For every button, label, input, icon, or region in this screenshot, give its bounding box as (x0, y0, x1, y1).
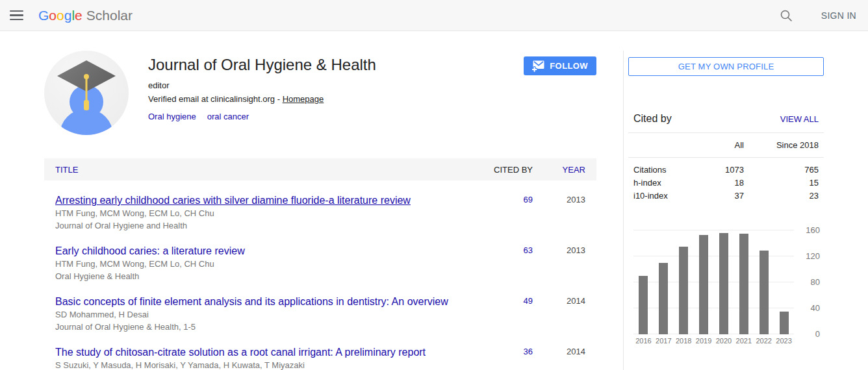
article-authors: HTM Fung, MCM Wong, ECM Lo, CH Chu (55, 258, 459, 269)
chart-x-tick: 2016 (633, 337, 654, 345)
chart-x-tick: 2021 (734, 337, 754, 345)
stat-since-value: 23 (744, 190, 819, 203)
article-year: 2013 (533, 245, 585, 282)
chart-y-tick: 40 (811, 303, 820, 314)
tassel-knob (84, 74, 89, 79)
article-title-link[interactable]: Basic concepts of finite element analysi… (55, 296, 448, 307)
chart-bar[interactable] (760, 251, 769, 334)
article-year: 2013 (533, 194, 585, 231)
stat-since-value: 15 (744, 177, 819, 190)
article-main: Early childhood caries: a literature rev… (55, 245, 474, 282)
article-cited-count-link[interactable]: 63 (524, 245, 533, 255)
profile-role: editor (148, 80, 376, 90)
chart-bar[interactable] (719, 233, 728, 334)
cited-by-header-row: Cited by VIEW ALL (628, 113, 824, 125)
cited-by-title: Cited by (633, 113, 672, 125)
chart-x-tick: 2018 (674, 337, 694, 345)
chart-y-tick: 160 (806, 225, 820, 236)
sign-in-button[interactable]: SIGN IN (821, 10, 856, 21)
follow-button[interactable]: FOLLOW (524, 56, 596, 75)
sidebar: GET MY OWN PROFILE Cited by VIEW ALL All… (623, 51, 824, 370)
get-my-own-profile-button[interactable]: GET MY OWN PROFILE (628, 57, 824, 76)
search-icon[interactable] (780, 9, 793, 22)
article-year: 2014 (533, 295, 585, 332)
article-venue: Oral Hygiene & Health (55, 271, 459, 282)
article-year: 2014 (533, 346, 585, 370)
article-title-link[interactable]: Arresting early childhood caries with si… (55, 195, 411, 206)
cited-by-col-spacer (633, 140, 705, 150)
articles-table: TITLE CITED BY YEAR Arresting early chil… (44, 158, 596, 370)
article-venue: Journal of Oral Hygiene and Health (55, 220, 459, 231)
interest-labels: Oral hygieneoral cancer (148, 110, 376, 122)
interest-label-link[interactable]: oral cancer (207, 112, 249, 121)
google-scholar-logo[interactable]: Google Scholar (38, 8, 133, 23)
chart-x-tick: 2020 (714, 337, 734, 345)
stat-label: i10-index (633, 190, 705, 203)
interest-label-link[interactable]: Oral hygiene (148, 112, 196, 121)
chart-x-tick: 2022 (754, 337, 774, 345)
chart-bars (633, 230, 794, 334)
chart-x-tick: 2017 (654, 337, 674, 345)
article-row: Arresting early childhood caries with si… (44, 180, 596, 231)
article-cited-cell: 36 (474, 346, 533, 370)
chart-bar[interactable] (679, 247, 688, 334)
top-bar: Google Scholar SIGN IN (0, 0, 868, 31)
chart-bar[interactable] (739, 234, 748, 334)
chart-bar[interactable] (699, 235, 708, 334)
chart-plot-area: 20162017201820192020202120222023 (633, 230, 794, 345)
view-all-link[interactable]: VIEW ALL (780, 114, 819, 124)
chart-bar[interactable] (639, 276, 648, 334)
stat-since-value: 765 (744, 164, 819, 177)
article-main: Basic concepts of finite element analysi… (55, 295, 474, 332)
article-cited-count-link[interactable]: 69 (524, 195, 533, 204)
follow-button-label: FOLLOW (550, 61, 588, 71)
article-main: Arresting early childhood caries with si… (55, 194, 474, 231)
article-authors: SD Mohammed, H Desai (55, 309, 459, 320)
article-title-link[interactable]: Early childhood caries: a literature rev… (55, 245, 245, 256)
article-cited-count-link[interactable]: 36 (524, 347, 533, 356)
stat-all-value: 1073 (705, 164, 744, 177)
stat-label: h-index (633, 177, 705, 190)
article-row: The study of chitosan-citrate solution a… (44, 332, 596, 370)
chart-bar[interactable] (780, 312, 789, 334)
cited-by-stat-row: h-index 18 15 (628, 177, 824, 190)
article-authors: S Suzuki, Y Masuda, H Morisaki, Y Yamada… (55, 360, 459, 370)
cited-by-divider-2 (628, 157, 824, 158)
google-logo-word: Google (38, 8, 83, 23)
chart-y-labels: 04080120160 (794, 230, 824, 334)
menu-icon[interactable] (10, 8, 24, 23)
cited-by-col-all: All (705, 140, 744, 150)
cited-by-col-since: Since 2018 (744, 140, 819, 150)
article-row: Early childhood caries: a literature rev… (44, 231, 596, 282)
article-main: The study of chitosan-citrate solution a… (55, 346, 474, 370)
article-cited-count-link[interactable]: 49 (524, 296, 533, 306)
article-rows: Arresting early childhood caries with si… (44, 180, 596, 370)
envelope-plus-icon (532, 60, 544, 72)
chart-x-tick: 2019 (694, 337, 714, 345)
follow-button-wrap: FOLLOW (524, 51, 596, 135)
stat-label: Citations (633, 164, 705, 177)
stat-all-value: 37 (705, 190, 744, 203)
chart-y-tick: 80 (811, 277, 820, 288)
homepage-link[interactable]: Homepage (283, 94, 324, 104)
cited-by-columns: All Since 2018 (628, 133, 824, 150)
article-cited-cell: 69 (474, 194, 533, 231)
article-title-link[interactable]: The study of chitosan-citrate solution a… (55, 347, 426, 358)
sort-by-title-header[interactable]: TITLE (55, 165, 474, 175)
chart-y-tick: 120 (806, 251, 820, 262)
chart-bar[interactable] (659, 263, 668, 334)
profile-header: Journal of Oral Hygiene & Health editor … (44, 51, 596, 135)
avatar (44, 51, 129, 135)
chart-y-tick: 0 (815, 329, 820, 339)
articles-table-header: TITLE CITED BY YEAR (44, 158, 596, 180)
cited-by-stat-row: Citations 1073 765 (628, 164, 824, 177)
article-cited-cell: 49 (474, 295, 533, 332)
article-authors: HTM Fung, MCM Wong, ECM Lo, CH Chu (55, 208, 459, 219)
page-content: Journal of Oral Hygiene & Health editor … (0, 31, 868, 370)
cited-by-header: CITED BY (474, 165, 533, 175)
profile-name: Journal of Oral Hygiene & Health (148, 56, 376, 74)
citations-chart: 20162017201820192020202120222023 0408012… (628, 230, 824, 345)
stat-all-value: 18 (705, 177, 744, 190)
article-row: Basic concepts of finite element analysi… (44, 282, 596, 332)
sort-by-year-header[interactable]: YEAR (533, 165, 585, 175)
